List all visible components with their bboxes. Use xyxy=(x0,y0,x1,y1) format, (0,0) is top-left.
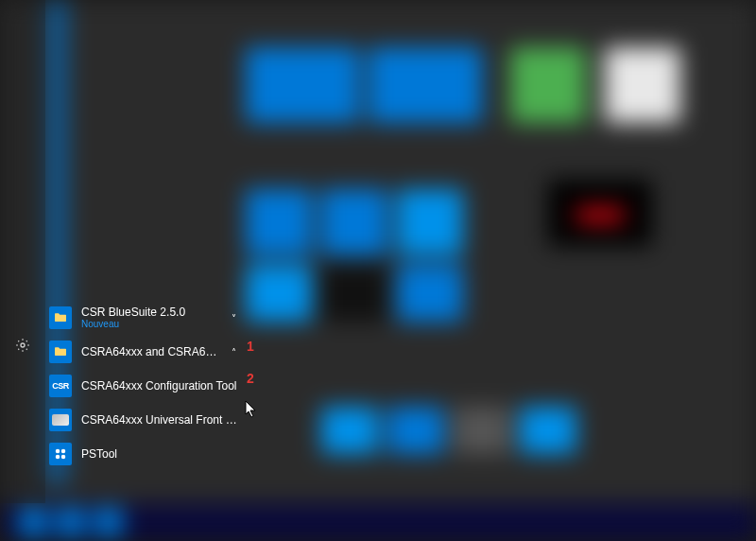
folder-icon xyxy=(49,340,72,363)
annotation-2: 2 xyxy=(247,371,254,386)
svg-point-4 xyxy=(61,455,66,460)
app-sublabel-new: Nouveau xyxy=(81,319,223,330)
svg-point-1 xyxy=(56,449,60,454)
settings-icon[interactable] xyxy=(13,336,32,355)
chevron-up-icon: ˄ xyxy=(227,347,240,358)
svg-point-0 xyxy=(21,343,25,347)
app-text: CSRA64xxx Universal Front End xyxy=(81,413,240,427)
icon-text: CSR xyxy=(52,381,69,391)
app-item-universal-front-end[interactable]: CSRA64xxx Universal Front End xyxy=(45,403,244,437)
start-menu: CSR BlueSuite 2.5.0 Nouveau ˅ CSRA64xxx … xyxy=(0,0,756,541)
app-text: CSRA64xxx Configuration Tool xyxy=(81,379,240,393)
app-folder-csra-tools[interactable]: CSRA64xxx and CSRA63xxx Tools ˄ xyxy=(45,335,244,369)
start-menu-left-rail xyxy=(0,0,45,503)
app-item-pstool[interactable]: PSTool xyxy=(45,437,244,471)
pstool-app-icon xyxy=(49,443,72,465)
svg-point-2 xyxy=(61,449,66,454)
ufe-app-icon xyxy=(49,409,72,431)
folder-icon xyxy=(49,306,72,329)
annotation-1: 1 xyxy=(247,339,254,354)
app-text: CSRA64xxx and CSRA63xxx Tools xyxy=(81,345,223,358)
chevron-down-icon: ˅ xyxy=(227,313,240,323)
app-label: PSTool xyxy=(81,447,240,461)
app-text: PSTool xyxy=(81,447,240,461)
app-label: CSRA64xxx Configuration Tool xyxy=(81,379,240,393)
app-label: CSRA64xxx Universal Front End xyxy=(81,413,240,427)
mouse-cursor-icon xyxy=(245,400,258,419)
app-item-config-tool[interactable]: CSR CSRA64xxx Configuration Tool xyxy=(45,369,244,403)
svg-point-3 xyxy=(56,455,60,460)
app-text: CSR BlueSuite 2.5.0 Nouveau xyxy=(81,305,223,330)
csr-app-icon: CSR xyxy=(49,375,72,397)
app-folder-bluesuite[interactable]: CSR BlueSuite 2.5.0 Nouveau ˅ xyxy=(45,301,244,335)
app-label: CSRA64xxx and CSRA63xxx Tools xyxy=(81,345,223,358)
app-label: CSR BlueSuite 2.5.0 xyxy=(81,305,223,319)
apps-list: CSR BlueSuite 2.5.0 Nouveau ˅ CSRA64xxx … xyxy=(45,301,244,471)
